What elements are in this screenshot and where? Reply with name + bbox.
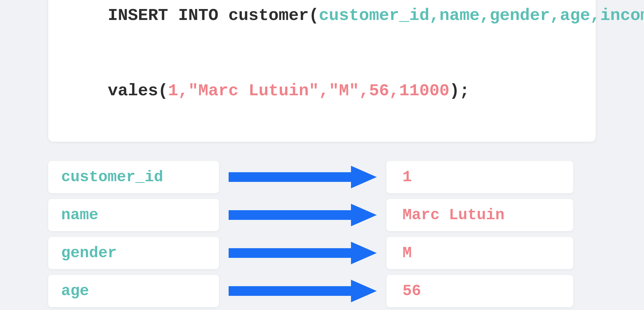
svg-marker-1: [229, 204, 377, 226]
field-box: age: [48, 275, 219, 307]
field-box: gender: [48, 237, 219, 269]
arrow-container: [219, 166, 386, 188]
code-line-2: vales(1,"Marc Lutuin","M",56,11000);: [68, 53, 576, 129]
field-label: gender: [61, 244, 117, 262]
svg-marker-3: [229, 280, 377, 302]
value-label: 1: [402, 168, 412, 186]
mapping-row: customer_id 1: [48, 161, 596, 193]
keyword-insert: INSERT INTO customer(: [108, 6, 319, 25]
value-box: M: [386, 237, 573, 269]
arrow-container: [219, 204, 386, 226]
code-line-1: INSERT INTO customer(customer_id,name,ge…: [68, 0, 576, 53]
values: 1,"Marc Lutuin","M",56,11000: [168, 81, 450, 100]
value-label: Marc Lutuin: [402, 206, 505, 224]
mapping-row: name Marc Lutuin: [48, 199, 596, 231]
arrow-container: [219, 280, 386, 302]
field-label: name: [61, 206, 98, 224]
arrow-container: [219, 242, 386, 264]
svg-marker-2: [229, 242, 377, 264]
svg-marker-0: [229, 166, 377, 188]
arrow-icon: [229, 280, 377, 302]
arrow-icon: [229, 166, 377, 188]
field-box: name: [48, 199, 219, 231]
value-box: 56: [386, 275, 573, 307]
value-box: Marc Lutuin: [386, 199, 573, 231]
code-block: INSERT INTO customer(customer_id,name,ge…: [48, 0, 596, 142]
semicolon: );: [450, 81, 469, 100]
value-box: 1: [386, 161, 573, 193]
mapping-row: age 56: [48, 275, 596, 307]
field-label: age: [61, 282, 89, 300]
field-box: customer_id: [48, 161, 219, 193]
arrow-icon: [229, 242, 377, 264]
mapping-area: customer_id 1 name Marc Lutuin: [48, 161, 596, 310]
value-label: 56: [402, 282, 421, 300]
field-names: customer_id,name,gender,age,income: [319, 6, 644, 25]
keyword-values: vales(: [108, 81, 168, 100]
value-label: M: [402, 244, 412, 262]
field-label: customer_id: [61, 168, 163, 186]
arrow-icon: [229, 204, 377, 226]
mapping-row: gender M: [48, 237, 596, 269]
